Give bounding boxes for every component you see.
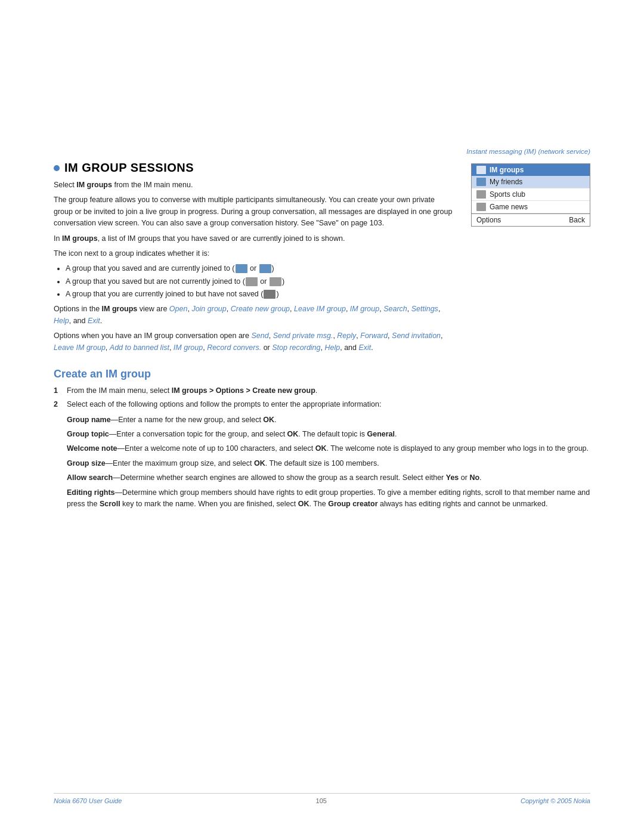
phone-screen: IM groups My friends Sports club Game ne…: [471, 163, 590, 227]
phone-back-label[interactable]: Back: [569, 216, 585, 224]
options-link-join: Join group: [191, 305, 226, 313]
page-container: Instant messaging (IM) (network service)…: [0, 0, 644, 833]
conv-link-reply: Reply: [337, 332, 356, 340]
section-bullet: [54, 165, 60, 171]
subsection-welcome-note: Welcome note—Enter a welcome note of up …: [67, 443, 590, 454]
step-1-num: 1: [54, 385, 62, 397]
main-content: IM GROUP SESSIONS Select IM groups from …: [54, 161, 590, 513]
phone-row-myfriends: My friends: [472, 176, 590, 188]
create-im-group-section: Create an IM group 1 From the IM main me…: [54, 368, 590, 510]
subsection-editing-rights: Editing rights—Determine which group mem…: [67, 487, 590, 510]
footer-left: Nokia 6670 User Guide: [54, 797, 122, 804]
top-label: Instant messaging (IM) (network service): [466, 148, 590, 155]
intro-text: Select IM groups from the IM main menu.: [54, 179, 453, 191]
icon-saved-1: [246, 277, 258, 286]
phone-row-icon-1: [476, 178, 486, 186]
icon-joined-saved-1: [236, 264, 247, 273]
section-header: IM GROUP SESSIONS: [54, 161, 453, 175]
phone-options-label[interactable]: Options: [476, 216, 501, 224]
page-footer: Nokia 6670 User Guide 105 Copyright © 20…: [54, 793, 590, 804]
icon-joined-saved-2: [259, 264, 271, 273]
conv-link-record: Record convers.: [207, 343, 261, 352]
conv-link-send: Send: [251, 332, 268, 340]
options-link-imgroup: IM group: [350, 305, 379, 313]
phone-row-label-2: Sports club: [490, 190, 525, 199]
subsections-block: Group name—Enter a name for the new grou…: [67, 414, 590, 510]
phone-row-gamenews: Game news: [472, 201, 590, 213]
phone-title-icon: [476, 166, 486, 174]
body-text-1: The group feature allows you to converse…: [54, 194, 453, 229]
steps-list: 1 From the IM main menu, select IM group…: [54, 385, 590, 411]
subsection-allow-search: Allow search—Determine whether search en…: [67, 472, 590, 484]
subsection-group-size: Group size—Enter the maximum group size,…: [67, 458, 590, 469]
options-link-open: Open: [169, 305, 188, 313]
phone-title-bar: IM groups: [472, 164, 590, 176]
phone-bottom-bar: Options Back: [472, 213, 590, 226]
bullet-item-2: A group that you saved but are not curre…: [66, 276, 453, 287]
conv-link-stop: Stop recording: [272, 343, 320, 352]
section-text: IM GROUP SESSIONS Select IM groups from …: [54, 161, 453, 357]
step-1-text: From the IM main menu, select IM groups …: [67, 385, 317, 397]
phone-title-text: IM groups: [490, 166, 524, 174]
footer-page-number: 105: [316, 797, 327, 804]
step-2-num: 2: [54, 399, 62, 410]
options-link-settings: Settings: [411, 305, 438, 313]
conv-link-leave: Leave IM group: [54, 343, 106, 352]
bullet-item-3: A group that you are currently joined to…: [66, 289, 453, 300]
icon-saved-2: [270, 277, 281, 286]
subsection-group-name: Group name—Enter a name for the new grou…: [67, 414, 590, 426]
phone-row-label-3: Game news: [490, 203, 528, 211]
step-2-text: Select each of the following options and…: [67, 399, 381, 410]
bullet-item-1: A group that you saved and are currently…: [66, 263, 453, 274]
phone-row-label-1: My friends: [490, 178, 522, 186]
conv-link-forward: Forward: [360, 332, 388, 340]
section-title: IM GROUP SESSIONS: [64, 161, 194, 175]
step-2: 2 Select each of the following options a…: [54, 399, 590, 410]
conv-link-sendprivate: Send private msg.: [273, 332, 333, 340]
step-1: 1 From the IM main menu, select IM group…: [54, 385, 590, 397]
options-link-search: Search: [383, 305, 407, 313]
body-text-2: In IM groups, a list of IM groups that y…: [54, 233, 453, 244]
phone-row-sports: Sports club: [472, 188, 590, 201]
footer-right: Copyright © 2005 Nokia: [521, 797, 590, 804]
options-link-create: Create new group: [231, 305, 290, 313]
options-link-exit: Exit: [88, 317, 100, 325]
phone-row-icon-2: [476, 190, 486, 199]
body-text-3: The icon next to a group indicates wheth…: [54, 248, 453, 259]
conv-link-help: Help: [324, 343, 340, 352]
icon-joined-only: [264, 290, 275, 299]
subsection-group-topic: Group topic—Enter a conversation topic f…: [67, 429, 590, 440]
options-line-1: Options in the IM groups view are Open, …: [54, 304, 453, 327]
options-link-leave: Leave IM group: [294, 305, 346, 313]
phone-widget: IM groups My friends Sports club Game ne…: [471, 163, 590, 357]
conv-link-exit: Exit: [358, 343, 371, 352]
phone-row-icon-3: [476, 203, 486, 211]
options-link-help: Help: [54, 317, 69, 325]
conv-link-sendinvite: Send invitation: [392, 332, 441, 340]
icon-bullet-list: A group that you saved and are currently…: [66, 263, 453, 300]
options-line-2: Options when you have an IM group conver…: [54, 330, 453, 354]
conv-link-imgroup: IM group: [174, 343, 203, 352]
im-group-sessions-section: IM GROUP SESSIONS Select IM groups from …: [54, 161, 590, 357]
conv-link-banned: Add to banned list: [110, 343, 169, 352]
create-section-title: Create an IM group: [54, 368, 590, 380]
